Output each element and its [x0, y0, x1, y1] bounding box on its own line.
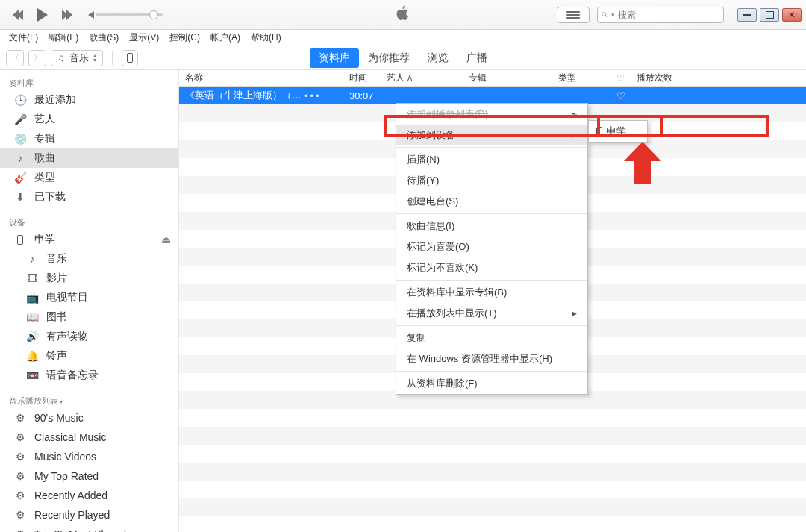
ctx-add-to-playlist[interactable]: 添加到播放列表(D): [396, 104, 587, 125]
sidebar-section-library[interactable]: 资料库: [0, 75, 178, 90]
sidebar-item-playlist[interactable]: ⚙Recently Played: [0, 505, 178, 525]
ctx-submenu-device[interactable]: 申学: [589, 121, 647, 142]
ctx-show-album[interactable]: 在资料库中显示专辑(B): [396, 282, 587, 303]
ctx-play-next[interactable]: 插播(N): [396, 149, 587, 170]
sidebar-item-genres[interactable]: 🎸类型: [0, 168, 178, 187]
col-loved[interactable]: ♡: [610, 73, 631, 84]
search-field[interactable]: ▾: [597, 7, 724, 23]
annotation-arrow: [619, 145, 664, 190]
sidebar-item-device-movies[interactable]: 🎞影片: [0, 269, 178, 288]
device-button[interactable]: [122, 50, 138, 66]
sidebar-item-playlist[interactable]: ⚙My Top Rated: [0, 466, 178, 486]
ctx-show-in-explorer[interactable]: 在 Windows 资源管理器中显示(H): [396, 348, 587, 369]
menu-edit[interactable]: 编辑(E): [44, 30, 83, 46]
next-track-button[interactable]: [58, 5, 78, 25]
menu-file[interactable]: 文件(F): [4, 30, 43, 46]
sidebar-item-device-ringtones[interactable]: 🔔铃声: [0, 346, 178, 366]
previous-track-button[interactable]: [7, 5, 27, 25]
note-icon: ♪: [25, 252, 39, 266]
gear-icon: ⚙: [13, 508, 27, 522]
sidebar-item-device-voicememos[interactable]: 📼语音备忘录: [0, 366, 178, 385]
track-loved[interactable]: ♡: [610, 90, 631, 101]
content-area: 名称 时间 艺人ᐱ 专辑 类型 ♡ 播放次数 《英语（牛津上海版）（… ••• …: [179, 70, 806, 532]
play-button[interactable]: [33, 5, 52, 25]
sidebar-item-songs[interactable]: ♪歌曲: [0, 148, 178, 168]
phone-icon: [596, 127, 602, 137]
voicememo-icon: 📼: [25, 369, 39, 382]
col-album[interactable]: 专辑: [463, 72, 552, 84]
sidebar-item-playlist[interactable]: ⚙Top 25 Most Played: [0, 525, 178, 532]
sidebar-section-devices[interactable]: 设备: [0, 214, 178, 230]
sidebar-item-albums[interactable]: 💿专辑: [0, 129, 178, 148]
sidebar-item-playlist[interactable]: ⚙Music Videos: [0, 447, 178, 466]
ctx-song-info[interactable]: 歌曲信息(I): [396, 216, 587, 237]
bell-icon: 🔔: [25, 349, 39, 363]
sidebar-item-device-tv[interactable]: 📺电视节目: [0, 288, 178, 307]
close-button[interactable]: [782, 8, 802, 22]
eject-icon[interactable]: ⏏: [161, 234, 171, 245]
media-type-selector[interactable]: ♫ 音乐 ▴▾: [51, 50, 103, 66]
menu-control[interactable]: 控制(C): [165, 30, 204, 46]
col-artist[interactable]: 艺人ᐱ: [381, 72, 463, 84]
menu-account[interactable]: 帐户(A): [206, 30, 245, 46]
film-icon: 🎞: [25, 272, 39, 285]
search-icon: [601, 10, 608, 19]
context-submenu-devices: 申学: [588, 120, 648, 143]
view-options-button[interactable]: [557, 7, 590, 23]
volume-slider[interactable]: [88, 11, 163, 19]
sidebar-item-device-audiobooks[interactable]: 🔊有声读物: [0, 327, 178, 346]
sidebar-item-downloaded[interactable]: ⬇已下载: [0, 187, 178, 207]
gear-icon: ⚙: [13, 450, 27, 463]
sidebar-item-artists[interactable]: 🎤艺人: [0, 110, 178, 129]
sidebar-item-device-books[interactable]: 📖图书: [0, 307, 178, 327]
track-row[interactable]: 《英语（牛津上海版）（… ••• 30:07 ♡: [179, 87, 806, 104]
more-icon[interactable]: •••: [304, 90, 322, 101]
col-plays[interactable]: 播放次数: [631, 72, 806, 84]
tab-library[interactable]: 资料库: [310, 48, 359, 68]
nav-forward-button[interactable]: 〉: [28, 50, 46, 66]
sidebar-item-recently-added[interactable]: 🕓最近添加: [0, 90, 178, 110]
note-icon: ♪: [13, 151, 27, 165]
col-time[interactable]: 时间: [343, 72, 381, 84]
ctx-dislike[interactable]: 标记为不喜欢(K): [396, 257, 587, 278]
ctx-love[interactable]: 标记为喜爱(O): [396, 237, 587, 257]
album-icon: 💿: [13, 132, 27, 145]
playback-controls: [7, 5, 78, 25]
col-genre[interactable]: 类型: [552, 72, 610, 84]
maximize-button[interactable]: [760, 8, 779, 22]
gear-icon: ⚙: [13, 411, 27, 425]
sidebar-section-playlists[interactable]: 音乐播放列表▾: [0, 392, 178, 408]
ctx-show-in-playlist[interactable]: 在播放列表中显示(T): [396, 303, 587, 324]
context-menu: 添加到播放列表(D) 添加到设备 插播(N) 待播(Y) 创建电台(S) 歌曲信…: [396, 103, 588, 395]
col-name[interactable]: 名称: [179, 72, 343, 84]
sidebar-item-playlist[interactable]: ⚙Classical Music: [0, 428, 178, 447]
window-controls: [737, 8, 802, 22]
title-bar: ▾: [0, 0, 806, 30]
sidebar-item-playlist[interactable]: ⚙Recently Added: [0, 486, 178, 505]
menu-help[interactable]: 帮助(H): [246, 30, 286, 46]
nav-back-button[interactable]: 〈: [6, 50, 24, 66]
ctx-play-later[interactable]: 待播(Y): [396, 170, 587, 191]
ctx-add-to-device[interactable]: 添加到设备: [396, 125, 587, 145]
ctx-delete-from-library[interactable]: 从资料库删除(F): [396, 373, 587, 394]
svg-line-1: [605, 16, 607, 17]
search-input[interactable]: [618, 10, 720, 20]
ctx-create-station[interactable]: 创建电台(S): [396, 191, 587, 212]
sidebar-item-playlist[interactable]: ⚙90's Music: [0, 408, 178, 428]
tab-for-you[interactable]: 为你推荐: [359, 48, 419, 68]
clock-icon: 🕓: [13, 93, 27, 107]
volume-icon: [88, 11, 94, 19]
ctx-copy[interactable]: 复制: [396, 328, 587, 348]
sidebar-item-device-music[interactable]: ♪音乐: [0, 249, 178, 269]
minimize-button[interactable]: [737, 8, 757, 22]
tab-radio[interactable]: 广播: [457, 48, 496, 68]
menu-view[interactable]: 显示(V): [125, 30, 163, 46]
sidebar-item-device[interactable]: 申学 ⏏: [0, 230, 178, 249]
menu-song[interactable]: 歌曲(S): [84, 30, 123, 46]
download-icon: ⬇: [13, 190, 27, 204]
svg-point-0: [602, 12, 606, 16]
menu-bar: 文件(F) 编辑(E) 歌曲(S) 显示(V) 控制(C) 帐户(A) 帮助(H…: [0, 30, 806, 46]
tab-browse[interactable]: 浏览: [419, 48, 457, 68]
sidebar: 资料库 🕓最近添加 🎤艺人 💿专辑 ♪歌曲 🎸类型 ⬇已下载 设备 申学 ⏏ ♪…: [0, 70, 179, 532]
column-headers: 名称 时间 艺人ᐱ 专辑 类型 ♡ 播放次数: [179, 70, 806, 87]
